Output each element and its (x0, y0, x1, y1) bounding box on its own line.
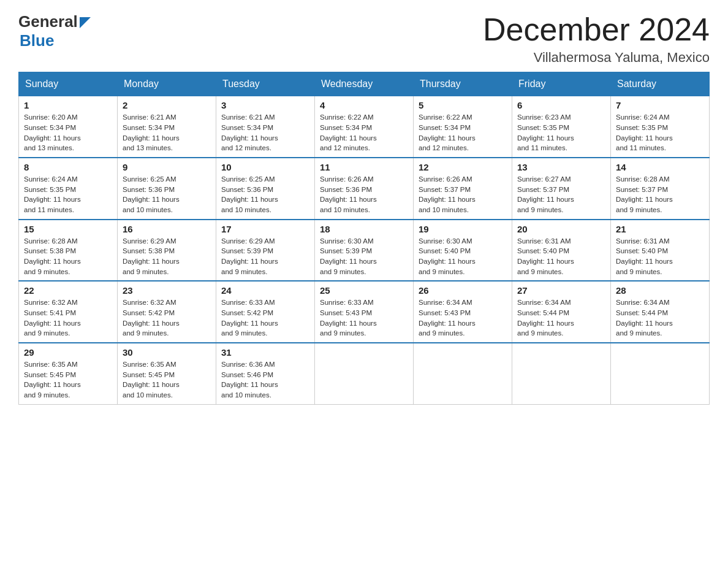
table-row: 15 Sunrise: 6:28 AMSunset: 5:38 PMDaylig… (19, 220, 118, 282)
week-row-1: 1 Sunrise: 6:20 AMSunset: 5:34 PMDayligh… (19, 96, 710, 158)
table-row: 21 Sunrise: 6:31 AMSunset: 5:40 PMDaylig… (611, 220, 710, 282)
day-number: 25 (320, 285, 408, 296)
day-number: 27 (517, 285, 605, 296)
logo-general: General (18, 12, 78, 31)
day-info: Sunrise: 6:26 AMSunset: 5:37 PMDaylight:… (419, 174, 507, 215)
week-row-2: 8 Sunrise: 6:24 AMSunset: 5:35 PMDayligh… (19, 158, 710, 220)
table-row: 7 Sunrise: 6:24 AMSunset: 5:35 PMDayligh… (611, 96, 710, 158)
day-number: 21 (616, 224, 704, 234)
day-number: 16 (123, 224, 211, 234)
day-number: 31 (221, 347, 309, 358)
header-saturday: Saturday (611, 72, 710, 96)
table-row (315, 343, 414, 404)
day-number: 6 (517, 100, 605, 110)
day-info: Sunrise: 6:30 AMSunset: 5:39 PMDaylight:… (320, 236, 408, 277)
day-info: Sunrise: 6:26 AMSunset: 5:36 PMDaylight:… (320, 174, 408, 215)
table-row: 10 Sunrise: 6:25 AMSunset: 5:36 PMDaylig… (216, 158, 315, 220)
day-info: Sunrise: 6:24 AMSunset: 5:35 PMDaylight:… (616, 112, 704, 153)
day-info: Sunrise: 6:34 AMSunset: 5:44 PMDaylight:… (616, 297, 704, 339)
table-row (611, 343, 710, 404)
day-number: 14 (616, 162, 704, 172)
day-number: 15 (24, 224, 112, 234)
location-subtitle: Villahermosa Yaluma, Mexico (483, 50, 710, 66)
day-info: Sunrise: 6:23 AMSunset: 5:35 PMDaylight:… (517, 112, 605, 153)
day-info: Sunrise: 6:35 AMSunset: 5:45 PMDaylight:… (123, 359, 211, 400)
day-info: Sunrise: 6:30 AMSunset: 5:40 PMDaylight:… (419, 236, 507, 277)
day-info: Sunrise: 6:32 AMSunset: 5:41 PMDaylight:… (24, 297, 112, 339)
table-row: 17 Sunrise: 6:29 AMSunset: 5:39 PMDaylig… (216, 220, 315, 282)
day-number: 30 (123, 347, 211, 358)
day-number: 9 (123, 162, 211, 172)
day-number: 22 (24, 285, 112, 296)
day-info: Sunrise: 6:21 AMSunset: 5:34 PMDaylight:… (221, 112, 309, 153)
week-row-4: 22 Sunrise: 6:32 AMSunset: 5:41 PMDaylig… (19, 281, 710, 343)
week-row-3: 15 Sunrise: 6:28 AMSunset: 5:38 PMDaylig… (19, 220, 710, 282)
table-row: 26 Sunrise: 6:34 AMSunset: 5:43 PMDaylig… (414, 281, 512, 343)
table-row: 8 Sunrise: 6:24 AMSunset: 5:35 PMDayligh… (19, 158, 118, 220)
day-info: Sunrise: 6:33 AMSunset: 5:43 PMDaylight:… (320, 297, 408, 339)
week-row-5: 29 Sunrise: 6:35 AMSunset: 5:45 PMDaylig… (19, 343, 710, 404)
logo: General Blue (18, 12, 91, 50)
day-number: 26 (419, 285, 507, 296)
title-section: December 2024 Villahermosa Yaluma, Mexic… (483, 12, 710, 66)
day-number: 19 (419, 224, 507, 234)
table-row: 6 Sunrise: 6:23 AMSunset: 5:35 PMDayligh… (512, 96, 611, 158)
table-row: 19 Sunrise: 6:30 AMSunset: 5:40 PMDaylig… (414, 220, 512, 282)
day-info: Sunrise: 6:28 AMSunset: 5:37 PMDaylight:… (616, 174, 704, 215)
day-number: 17 (221, 224, 309, 234)
day-info: Sunrise: 6:28 AMSunset: 5:38 PMDaylight:… (24, 236, 112, 277)
day-number: 2 (123, 100, 211, 110)
table-row: 23 Sunrise: 6:32 AMSunset: 5:42 PMDaylig… (118, 281, 216, 343)
day-number: 1 (24, 100, 112, 110)
day-info: Sunrise: 6:32 AMSunset: 5:42 PMDaylight:… (123, 297, 211, 339)
day-info: Sunrise: 6:34 AMSunset: 5:44 PMDaylight:… (517, 297, 605, 339)
table-row: 2 Sunrise: 6:21 AMSunset: 5:34 PMDayligh… (118, 96, 216, 158)
table-row: 4 Sunrise: 6:22 AMSunset: 5:34 PMDayligh… (315, 96, 414, 158)
day-info: Sunrise: 6:21 AMSunset: 5:34 PMDaylight:… (123, 112, 211, 153)
table-row: 1 Sunrise: 6:20 AMSunset: 5:34 PMDayligh… (19, 96, 118, 158)
day-number: 29 (24, 347, 112, 358)
month-year-title: December 2024 (483, 12, 710, 47)
table-row (414, 343, 512, 404)
table-row: 28 Sunrise: 6:34 AMSunset: 5:44 PMDaylig… (611, 281, 710, 343)
day-number: 13 (517, 162, 605, 172)
day-number: 24 (221, 285, 309, 296)
table-row: 27 Sunrise: 6:34 AMSunset: 5:44 PMDaylig… (512, 281, 611, 343)
table-row: 3 Sunrise: 6:21 AMSunset: 5:34 PMDayligh… (216, 96, 315, 158)
day-info: Sunrise: 6:31 AMSunset: 5:40 PMDaylight:… (517, 236, 605, 277)
day-info: Sunrise: 6:36 AMSunset: 5:46 PMDaylight:… (221, 359, 309, 400)
table-row: 14 Sunrise: 6:28 AMSunset: 5:37 PMDaylig… (611, 158, 710, 220)
table-row: 22 Sunrise: 6:32 AMSunset: 5:41 PMDaylig… (19, 281, 118, 343)
day-info: Sunrise: 6:34 AMSunset: 5:43 PMDaylight:… (419, 297, 507, 339)
table-row: 25 Sunrise: 6:33 AMSunset: 5:43 PMDaylig… (315, 281, 414, 343)
day-number: 23 (123, 285, 211, 296)
header-friday: Friday (512, 72, 611, 96)
day-number: 7 (616, 100, 704, 110)
day-number: 10 (221, 162, 309, 172)
day-info: Sunrise: 6:24 AMSunset: 5:35 PMDaylight:… (24, 174, 112, 215)
day-number: 28 (616, 285, 704, 296)
table-row: 13 Sunrise: 6:27 AMSunset: 5:37 PMDaylig… (512, 158, 611, 220)
header-tuesday: Tuesday (216, 72, 315, 96)
day-info: Sunrise: 6:31 AMSunset: 5:40 PMDaylight:… (616, 236, 704, 277)
header-thursday: Thursday (414, 72, 512, 96)
day-info: Sunrise: 6:22 AMSunset: 5:34 PMDaylight:… (419, 112, 507, 153)
day-number: 11 (320, 162, 408, 172)
table-row: 18 Sunrise: 6:30 AMSunset: 5:39 PMDaylig… (315, 220, 414, 282)
logo-triangle-icon (80, 17, 91, 28)
weekday-header-row: Sunday Monday Tuesday Wednesday Thursday… (19, 72, 710, 96)
day-number: 4 (320, 100, 408, 110)
table-row: 29 Sunrise: 6:35 AMSunset: 5:45 PMDaylig… (19, 343, 118, 404)
calendar-table: Sunday Monday Tuesday Wednesday Thursday… (18, 72, 710, 404)
table-row: 11 Sunrise: 6:26 AMSunset: 5:36 PMDaylig… (315, 158, 414, 220)
table-row: 30 Sunrise: 6:35 AMSunset: 5:45 PMDaylig… (118, 343, 216, 404)
day-info: Sunrise: 6:22 AMSunset: 5:34 PMDaylight:… (320, 112, 408, 153)
page-header: General Blue December 2024 Villahermosa … (18, 12, 710, 66)
day-info: Sunrise: 6:25 AMSunset: 5:36 PMDaylight:… (123, 174, 211, 215)
day-info: Sunrise: 6:27 AMSunset: 5:37 PMDaylight:… (517, 174, 605, 215)
logo-blue: Blue (20, 31, 54, 50)
table-row: 20 Sunrise: 6:31 AMSunset: 5:40 PMDaylig… (512, 220, 611, 282)
day-info: Sunrise: 6:29 AMSunset: 5:38 PMDaylight:… (123, 236, 211, 277)
day-number: 18 (320, 224, 408, 234)
day-number: 20 (517, 224, 605, 234)
